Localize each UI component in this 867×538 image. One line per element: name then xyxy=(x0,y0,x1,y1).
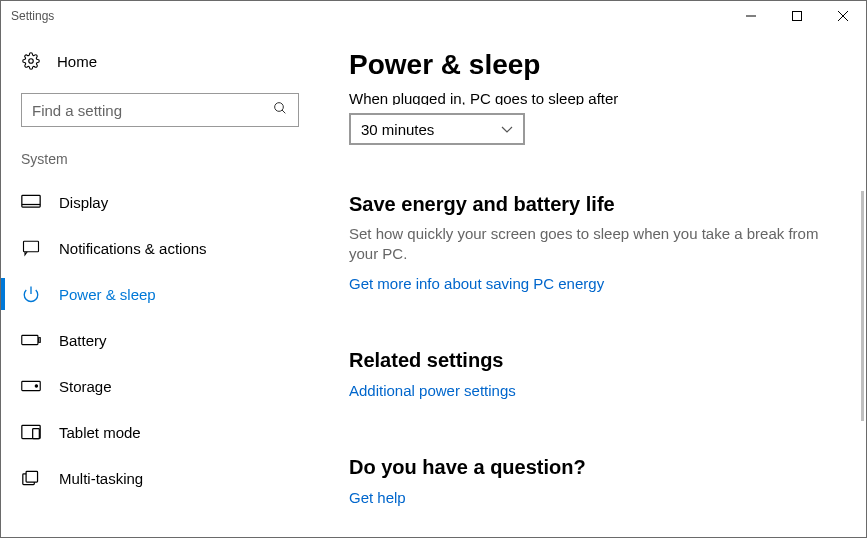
svg-rect-16 xyxy=(33,429,40,439)
maximize-button[interactable] xyxy=(774,1,820,31)
sidebar-item-label: Display xyxy=(59,194,108,211)
sidebar-item-notifications[interactable]: Notifications & actions xyxy=(1,225,319,271)
tablet-icon xyxy=(21,422,41,442)
close-button[interactable] xyxy=(820,1,866,31)
sleep-plugged-dropdown[interactable]: 30 minutes xyxy=(349,113,525,145)
save-energy-link[interactable]: Get more info about saving PC energy xyxy=(349,275,604,292)
home-label: Home xyxy=(57,53,97,70)
additional-power-settings-link[interactable]: Additional power settings xyxy=(349,382,516,399)
sidebar-item-label: Tablet mode xyxy=(59,424,141,441)
multitasking-icon xyxy=(21,468,41,488)
svg-point-14 xyxy=(35,385,37,387)
sidebar-item-storage[interactable]: Storage xyxy=(1,363,319,409)
window-controls xyxy=(728,1,866,31)
scroll-thumb[interactable] xyxy=(861,191,864,421)
sidebar-item-multitasking[interactable]: Multi-tasking xyxy=(1,455,319,501)
related-settings-heading: Related settings xyxy=(349,349,852,372)
sidebar: Home System Display Notifica xyxy=(1,31,319,537)
search-box[interactable] xyxy=(21,93,299,127)
svg-rect-9 xyxy=(24,241,39,252)
nav-list: Display Notifications & actions Power & … xyxy=(1,179,319,501)
content-area: Power & sleep When plugged in, PC goes t… xyxy=(319,31,866,537)
svg-rect-7 xyxy=(22,195,40,207)
sidebar-item-label: Battery xyxy=(59,332,107,349)
sidebar-item-power-sleep[interactable]: Power & sleep xyxy=(1,271,319,317)
chevron-down-icon xyxy=(501,122,513,137)
question-heading: Do you have a question? xyxy=(349,456,852,479)
storage-icon xyxy=(21,376,41,396)
search-icon xyxy=(272,100,288,120)
sidebar-item-label: Power & sleep xyxy=(59,286,156,303)
home-nav[interactable]: Home xyxy=(1,41,319,81)
dropdown-value: 30 minutes xyxy=(361,121,434,138)
svg-rect-11 xyxy=(22,335,38,344)
get-help-link[interactable]: Get help xyxy=(349,489,406,506)
notifications-icon xyxy=(21,238,41,258)
gear-icon xyxy=(21,51,41,71)
svg-line-6 xyxy=(282,110,285,113)
titlebar: Settings xyxy=(1,1,866,31)
save-energy-heading: Save energy and battery life xyxy=(349,193,852,216)
svg-rect-12 xyxy=(39,338,41,343)
sleep-when-plugged-label-partial: When plugged in, PC goes to sleep after xyxy=(349,91,852,105)
svg-rect-18 xyxy=(26,471,37,482)
sidebar-item-label: Storage xyxy=(59,378,112,395)
scrollbar[interactable] xyxy=(854,91,864,535)
sidebar-item-display[interactable]: Display xyxy=(1,179,319,225)
sidebar-item-tablet-mode[interactable]: Tablet mode xyxy=(1,409,319,455)
page-title: Power & sleep xyxy=(349,49,836,81)
display-icon xyxy=(21,192,41,212)
battery-icon xyxy=(21,330,41,350)
search-input[interactable] xyxy=(32,102,262,119)
scroll-region: When plugged in, PC goes to sleep after … xyxy=(349,91,852,537)
svg-point-4 xyxy=(29,59,34,64)
power-icon xyxy=(21,284,41,304)
svg-rect-1 xyxy=(793,12,802,21)
sidebar-item-battery[interactable]: Battery xyxy=(1,317,319,363)
minimize-button[interactable] xyxy=(728,1,774,31)
sidebar-item-label: Notifications & actions xyxy=(59,240,207,257)
save-energy-desc: Set how quickly your screen goes to slee… xyxy=(349,224,829,265)
section-label: System xyxy=(1,151,319,179)
window-title: Settings xyxy=(11,9,54,23)
sidebar-item-label: Multi-tasking xyxy=(59,470,143,487)
